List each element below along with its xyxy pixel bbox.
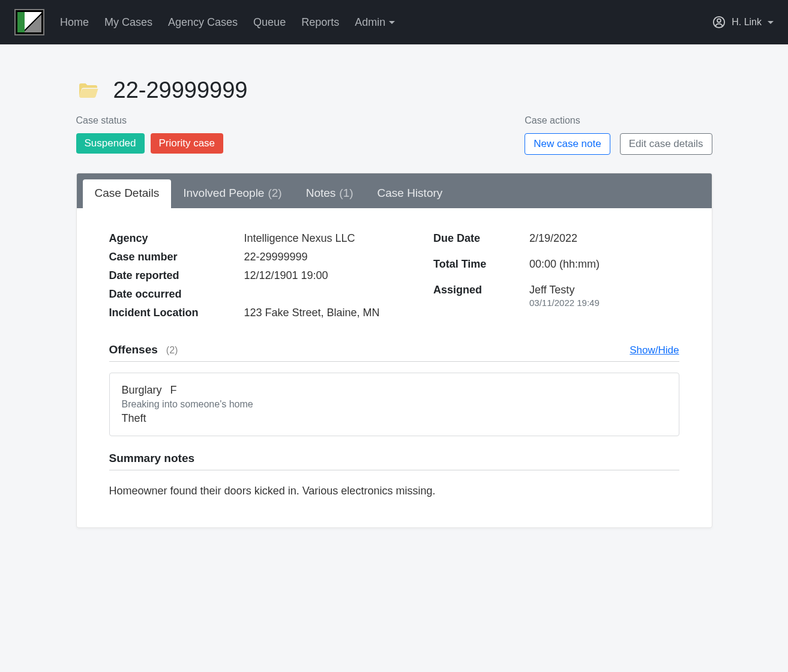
date-occurred-label: Date occurred — [109, 288, 244, 301]
tab-case-details-label: Case Details — [95, 187, 160, 200]
status-badge-suspended: Suspended — [76, 133, 145, 154]
case-number-label: Case number — [109, 251, 244, 263]
nav-agency-cases[interactable]: Agency Cases — [168, 16, 238, 29]
page-container: 22-29999999 Case status Suspended Priori… — [40, 44, 748, 552]
user-name: H. Link — [732, 17, 762, 28]
total-time-value: 00:00 (hh:mm) — [529, 258, 600, 271]
new-case-note-button[interactable]: New case note — [525, 133, 610, 155]
date-reported-label: Date reported — [109, 269, 244, 282]
user-menu[interactable]: H. Link — [712, 16, 774, 29]
tab-notes[interactable]: Notes (1) — [294, 179, 365, 208]
case-card: Case Details Involved People (2) Notes (… — [76, 173, 712, 528]
case-number-value: 22-29999999 — [244, 251, 308, 263]
svg-point-1 — [717, 19, 721, 22]
assigned-timestamp: 03/11/2022 19:49 — [529, 298, 600, 308]
tab-case-details[interactable]: Case Details — [83, 179, 172, 208]
tab-involved-people-count: (2) — [268, 187, 281, 200]
nav-home[interactable]: Home — [60, 16, 89, 29]
total-time-label: Total Time — [433, 258, 529, 271]
date-reported-value: 12/12/1901 19:00 — [244, 269, 328, 282]
offenses-title-text: Offenses — [109, 343, 158, 356]
incident-location-label: Incident Location — [109, 307, 244, 319]
nav-left: Home My Cases Agency Cases Queue Reports… — [14, 9, 395, 35]
due-date-label: Due Date — [433, 232, 529, 245]
due-date-value: 2/19/2022 — [529, 232, 577, 245]
agency-label: Agency — [109, 232, 244, 245]
edit-case-details-button[interactable]: Edit case details — [620, 133, 712, 155]
offense-description: Breaking into someone's home — [122, 399, 667, 410]
case-actions-label: Case actions — [525, 115, 712, 126]
app-logo[interactable] — [14, 9, 44, 35]
offenses-count: (2) — [166, 345, 178, 356]
offense-title: Burglary — [122, 384, 162, 397]
case-actions-section: Case actions New case note Edit case det… — [525, 115, 712, 155]
case-actions: New case note Edit case details — [525, 133, 712, 155]
details-left: Agency Intelligence Nexus LLC Case numbe… — [109, 232, 410, 325]
case-status-label: Case status — [76, 115, 224, 126]
tabs-bar: Case Details Involved People (2) Notes (… — [77, 173, 712, 208]
case-title-row: 22-29999999 — [76, 77, 712, 103]
case-status-section: Case status Suspended Priority case — [76, 115, 224, 155]
user-circle-icon — [712, 16, 726, 29]
nav-reports[interactable]: Reports — [301, 16, 339, 29]
page-title: 22-29999999 — [113, 77, 248, 103]
assigned-label: Assigned — [433, 284, 529, 308]
nav-links: Home My Cases Agency Cases Queue Reports… — [60, 16, 395, 29]
nav-my-cases[interactable]: My Cases — [104, 16, 152, 29]
folder-open-icon — [76, 80, 100, 101]
chevron-down-icon — [389, 21, 395, 24]
offense-item: Burglary F Breaking into someone's home … — [109, 373, 679, 436]
summary-notes-text: Homeowner found their doors kicked in. V… — [109, 485, 679, 497]
nav-queue[interactable]: Queue — [253, 16, 286, 29]
status-badge-priority: Priority case — [151, 133, 224, 154]
details-right: Due Date 2/19/2022 Total Time 00:00 (hh:… — [433, 232, 679, 325]
agency-value: Intelligence Nexus LLC — [244, 232, 355, 245]
nav-admin[interactable]: Admin — [355, 16, 395, 29]
status-actions-row: Case status Suspended Priority case Case… — [76, 115, 712, 155]
nav-admin-label: Admin — [355, 16, 385, 29]
incident-location-value: 123 Fake Street, Blaine, MN — [244, 307, 380, 319]
tab-notes-count: (1) — [339, 187, 353, 200]
top-navbar: Home My Cases Agency Cases Queue Reports… — [0, 0, 788, 44]
tab-involved-people[interactable]: Involved People (2) — [171, 179, 293, 208]
offenses-header: Offenses (2) Show/Hide — [109, 343, 679, 362]
status-badges: Suspended Priority case — [76, 133, 224, 154]
card-body: Agency Intelligence Nexus LLC Case numbe… — [77, 208, 712, 527]
assigned-value: Jeff Testy — [529, 284, 600, 296]
offense-sub: Theft — [122, 412, 667, 425]
chevron-down-icon — [768, 21, 774, 24]
tab-involved-people-label: Involved People — [183, 187, 264, 200]
offenses-show-hide-toggle[interactable]: Show/Hide — [630, 344, 679, 356]
details-grid: Agency Intelligence Nexus LLC Case numbe… — [109, 232, 679, 325]
tab-case-history[interactable]: Case History — [365, 179, 455, 208]
tab-case-history-label: Case History — [377, 187, 443, 200]
tab-notes-label: Notes — [306, 187, 336, 200]
summary-notes-header: Summary notes — [109, 452, 679, 470]
offense-class: F — [170, 384, 177, 397]
